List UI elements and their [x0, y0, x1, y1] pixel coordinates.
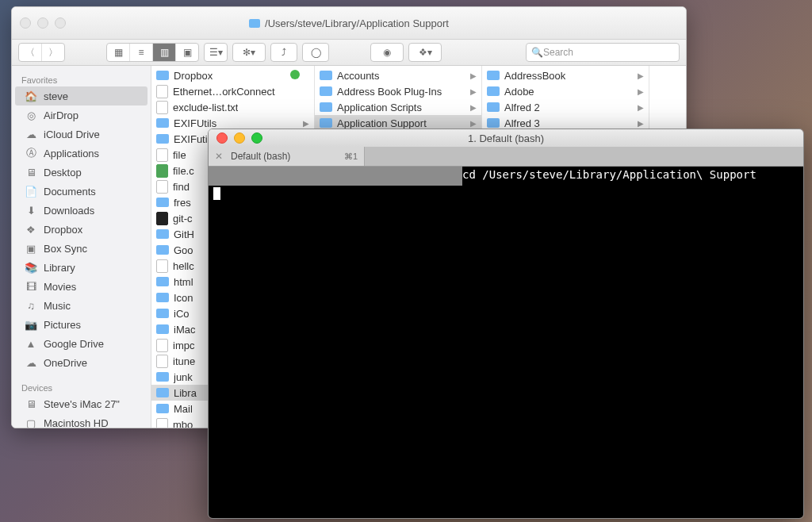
cursor [213, 187, 220, 200]
folder-icon [156, 229, 169, 239]
sidebar-item-steve-s-imac-27-[interactable]: 🖥Steve's iMac 27" [15, 394, 147, 413]
finder-titlebar[interactable]: /Users/steve/Library/Application Support [12, 7, 686, 40]
terminal-tabs: ✕ Default (bash) ⌘1 [209, 147, 803, 167]
sidebar-item-label: Downloads [44, 205, 94, 217]
back-button[interactable]: 〈 [19, 44, 42, 61]
file-icon [156, 355, 168, 368]
item-label: hellc [173, 260, 194, 272]
file-icon [156, 180, 168, 194]
action-button[interactable]: ✻▾ [233, 44, 265, 61]
sidebar-item-label: Pictures [44, 319, 81, 331]
list-item[interactable]: exclude-list.txt [151, 99, 314, 115]
sidebar-item-google-drive[interactable]: ▲Google Drive [15, 334, 147, 353]
sidebar-item-label: Macintosh HD [44, 417, 109, 429]
item-label: file [173, 149, 186, 161]
list-item[interactable]: AddressBook▶ [482, 67, 649, 83]
sidebar-item-dropbox[interactable]: ❖Dropbox [15, 220, 147, 239]
sidebar-item-macintosh-hd[interactable]: ▢Macintosh HD [15, 413, 147, 428]
gallery-view-button[interactable]: ▣ [176, 44, 198, 61]
terminal-titlebar[interactable]: 1. Default (bash) [209, 129, 803, 147]
folder-icon [156, 198, 169, 207]
apps-icon: Ⓐ [25, 147, 37, 159]
sidebar-item-label: Google Drive [44, 338, 104, 350]
folder-icon [156, 277, 169, 286]
item-label: find [173, 181, 190, 193]
sidebar-item-airdrop[interactable]: ◎AirDrop [15, 106, 147, 125]
folder-icon [320, 102, 332, 112]
tab-close-icon[interactable]: ✕ [215, 151, 223, 162]
folder-icon [487, 86, 500, 96]
chevron-right-icon: ▶ [638, 71, 644, 80]
sidebar-item-box-sync[interactable]: ▣Box Sync [15, 239, 147, 258]
docs-icon: 📄 [25, 185, 37, 198]
sidebar-item-downloads[interactable]: ⬇Downloads [15, 201, 147, 220]
sidebar-item-movies[interactable]: 🎞Movies [15, 277, 147, 296]
sidebar-item-desktop[interactable]: 🖥Desktop [15, 163, 147, 182]
list-view-button[interactable]: ≡ [130, 44, 153, 61]
cloud-icon: ☁ [25, 128, 37, 140]
sidebar-item-pictures[interactable]: 📷Pictures [15, 315, 147, 334]
home-icon: 🏠 [25, 90, 37, 102]
item-label: Address Book Plug-Ins [337, 86, 442, 98]
arrange-button[interactable]: ☰▾ [205, 44, 227, 61]
list-item[interactable]: Dropbox [151, 67, 314, 83]
list-item[interactable]: Accounts▶ [315, 67, 481, 83]
forward-button[interactable]: 〉 [42, 44, 64, 61]
search-icon: 🔍 [531, 47, 543, 58]
folder-icon [156, 324, 169, 334]
sidebar-item-icloud-drive[interactable]: ☁iCloud Drive [15, 125, 147, 144]
folder-icon [156, 118, 169, 128]
pics-icon: 📷 [25, 318, 37, 331]
folder-icon [487, 102, 500, 112]
tab-shortcut: ⌘1 [344, 152, 358, 162]
view-buttons: ▦ ≡ ▥ ▣ [106, 43, 199, 62]
chevron-right-icon: ▶ [638, 103, 644, 112]
terminal-window: 1. Default (bash) ✕ Default (bash) ⌘1 cd… [208, 129, 804, 519]
icon-view-button[interactable]: ▦ [107, 44, 130, 61]
list-item[interactable]: Ethernet…orkConnect [151, 83, 314, 99]
nav-buttons: 〈 〉 [18, 43, 65, 62]
tags-button[interactable]: ◯ [302, 43, 329, 62]
sidebar-item-documents[interactable]: 📄Documents [15, 182, 147, 201]
item-label: Alfred 2 [504, 102, 540, 113]
item-label: Application Support [337, 117, 427, 129]
folder-icon [156, 309, 169, 318]
file-icon [156, 85, 168, 98]
list-item[interactable]: Application Scripts▶ [315, 99, 481, 115]
item-label: Icon [174, 292, 193, 304]
item-label: impc [173, 340, 194, 351]
sidebar-item-music[interactable]: ♫Music [15, 296, 147, 315]
list-item[interactable]: Address Book Plug-Ins▶ [315, 83, 481, 99]
file-icon [156, 101, 168, 114]
item-label: AddressBook [504, 70, 565, 82]
folder-icon [320, 71, 332, 80]
desktop-icon: 🖥 [25, 166, 37, 178]
chevron-right-icon: ▶ [470, 71, 477, 80]
terminal-body[interactable]: cd /Users/steve/Library/Application\ Sup… [209, 167, 803, 519]
library-icon: 📚 [25, 261, 37, 274]
sidebar-item-label: Library [44, 262, 75, 274]
chevron-right-icon: ▶ [303, 119, 309, 128]
folder-icon [487, 71, 500, 80]
item-label: mbo [173, 419, 193, 429]
sidebar-item-label: Dropbox [44, 224, 82, 236]
terminal-tab[interactable]: ✕ Default (bash) ⌘1 [209, 147, 365, 166]
column-view-button[interactable]: ▥ [153, 44, 176, 61]
sidebar-item-library[interactable]: 📚Library [15, 258, 147, 277]
terminal-title: 1. Default (bash) [209, 132, 803, 144]
dropbox-button[interactable]: ❖▾ [409, 44, 441, 61]
item-label: Ethernet…orkConnect [173, 86, 275, 98]
search-field[interactable]: 🔍 Search [526, 43, 680, 62]
item-label: Accounts [337, 70, 379, 82]
quicklook-button[interactable]: ◉ [370, 43, 404, 62]
share-button[interactable]: ⤴ [270, 43, 297, 62]
chevron-right-icon: ▶ [470, 103, 477, 112]
file-icon [156, 148, 168, 162]
list-item[interactable]: Alfred 2▶ [482, 99, 649, 115]
sidebar-item-steve[interactable]: 🏠steve [15, 86, 147, 106]
sidebar-item-applications[interactable]: ⒶApplications [15, 144, 147, 163]
finder-sidebar[interactable]: Favorites 🏠steve◎AirDrop☁iCloud DriveⒶAp… [12, 66, 151, 428]
list-item[interactable]: Adobe▶ [482, 83, 649, 99]
folder-icon [156, 245, 169, 255]
sidebar-item-onedrive[interactable]: ☁OneDrive [15, 353, 147, 372]
